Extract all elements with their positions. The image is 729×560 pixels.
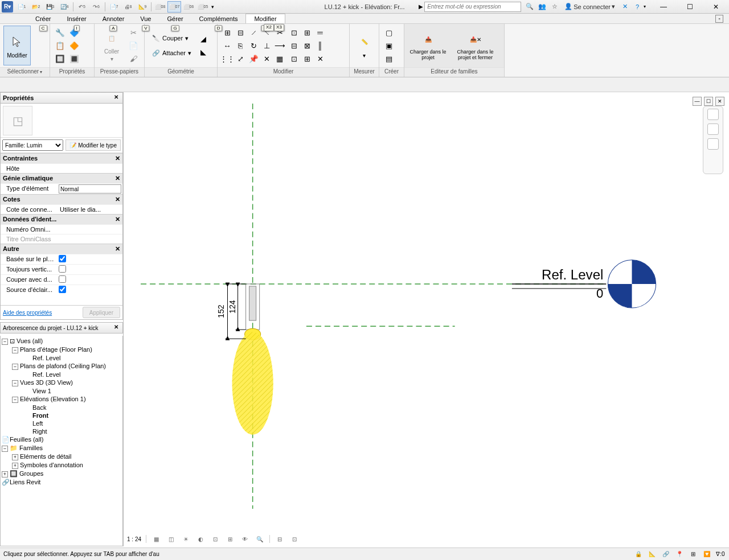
mod-pin[interactable]: 📌 [247, 52, 260, 65]
mod-delete[interactable]: ✕ [260, 52, 273, 65]
tree-floor[interactable]: −Plans d'étage (Floor Plan) [2, 345, 121, 354]
tree-front[interactable]: Front [2, 411, 121, 419]
src-checkbox[interactable] [59, 286, 66, 293]
mod-offset[interactable]: ⊟ [234, 26, 247, 39]
attach-button[interactable]: 🔗 Attacher ▾ [148, 47, 195, 59]
mod-r5[interactable]: ⊠ [301, 39, 313, 52]
qat-btn-8[interactable]: 🖨8 [121, 1, 135, 13]
cut-geom-button[interactable]: 🔪 Couper ▾ [148, 32, 195, 44]
search-icon[interactable]: 🔍 [523, 1, 536, 13]
tree-groups[interactable]: +🔲 Groupes [2, 470, 121, 478]
search-input[interactable] [424, 2, 521, 12]
qat-btn-1[interactable]: 📄1 [15, 1, 28, 13]
mod-r9[interactable]: ✕ [314, 52, 326, 65]
mod-copy[interactable]: ⎘ [234, 39, 247, 52]
browser-header[interactable]: Arborescence du projet - LU.12 + kick ✕ [0, 322, 123, 333]
mod-align[interactable]: ⊞ [221, 26, 234, 39]
exchange-icon[interactable]: ✕ [619, 1, 631, 13]
close-button[interactable]: ✕ [703, 0, 729, 14]
qat-btn-08[interactable]: ⬜08 [153, 1, 167, 13]
comm-icon[interactable]: 👥 [536, 1, 548, 13]
properties-header[interactable]: Propriétés ✕ [0, 92, 123, 104]
crop-show-icon[interactable]: ⊞ [225, 534, 235, 544]
mod-rotate[interactable]: ↻ [247, 39, 260, 52]
panel-title-select[interactable]: Sélectionner [0, 67, 50, 77]
tree-left[interactable]: Left [2, 419, 121, 427]
drawing-canvas[interactable]: — ☐ ✕ Ref. Level 0 [123, 92, 729, 546]
copy-icon[interactable]: 📄 [127, 39, 140, 52]
cat-ident[interactable]: Données d'ident...✕ [1, 214, 122, 224]
tree-3d[interactable]: −Vues 3D (3D View) [2, 378, 121, 387]
tree-families[interactable]: −📁 Familles [2, 444, 121, 452]
cat-contraintes[interactable]: Contraintes✕ [1, 153, 122, 163]
mod-group[interactable]: ▦ [273, 52, 286, 65]
status-icon-1[interactable]: 🔒 [633, 550, 644, 559]
menu-modifier[interactable]: ModifierM [245, 14, 285, 23]
geom-btn-1[interactable]: ◢ [197, 33, 210, 46]
mod-r6[interactable]: ║ [314, 39, 326, 52]
status-filter-icon[interactable]: ∇:0 [715, 550, 726, 559]
menu-vue[interactable]: VueV [132, 14, 159, 23]
qat-btn-07[interactable]: ⬜07 [167, 1, 181, 13]
mod-trim[interactable]: ⊥ [260, 39, 273, 52]
props-btn-3[interactable]: 🔲 [54, 52, 66, 65]
vc-extra-1[interactable]: ⊟ [275, 534, 285, 544]
qat-redo[interactable]: ↷6 [89, 1, 103, 13]
cut-checkbox[interactable] [59, 275, 66, 283]
tree-ceil[interactable]: −Plans de plafond (Ceiling Plan) [2, 362, 121, 370]
create-btn-1[interactable]: ▢ [383, 26, 395, 39]
mod-r2[interactable]: ⊞ [301, 26, 313, 39]
detail-level-icon[interactable]: ▦ [151, 534, 161, 544]
menu-creer[interactable]: CréerC [27, 14, 59, 23]
fav-icon[interactable]: ☆ [548, 1, 561, 13]
load-project-button[interactable]: 📥 Charger dans le projet [408, 26, 448, 65]
qat-btn-05[interactable]: ⬜05 [196, 1, 210, 13]
status-icon-5[interactable]: ⊞ [688, 550, 698, 559]
mod-r1[interactable]: ⊡ [288, 26, 300, 39]
tree-annot[interactable]: +Symboles d'annotation [2, 461, 121, 470]
qat-btn-4[interactable]: 🔄4 [58, 1, 71, 13]
qat-btn-7[interactable]: 📄7 [107, 1, 121, 13]
props-btn-6[interactable]: 🔳 [68, 52, 80, 65]
mod-r7[interactable]: ⊡ [288, 52, 300, 65]
props-btn-1[interactable]: 🔧 [54, 26, 66, 39]
match-icon[interactable]: 🖌 [127, 52, 140, 65]
shadow-icon[interactable]: ◐ [195, 534, 206, 544]
mod-array[interactable]: ⋮⋮ [221, 52, 234, 65]
menu-gerer[interactable]: GérerG [159, 14, 191, 23]
tree-elev[interactable]: −Elévations (Elevation 1) [2, 395, 121, 403]
close-properties-icon[interactable]: ✕ [112, 94, 120, 102]
minimize-button[interactable]: — [650, 0, 677, 14]
measure-button[interactable]: 📏▾ [353, 26, 375, 65]
geom-btn-2[interactable]: ◣ [197, 46, 210, 59]
paste-button[interactable]: 📋 Coller▾ [98, 26, 125, 65]
mod-r4[interactable]: ⊟ [288, 39, 300, 52]
family-selector[interactable]: Famille: Lumin [2, 139, 63, 151]
tree-detail[interactable]: +Eléments de détail [2, 452, 121, 461]
help-icon[interactable]: ? [631, 1, 644, 13]
visual-style-icon[interactable]: ◫ [166, 534, 176, 544]
cat-genie[interactable]: Génie climatique✕ [1, 173, 122, 183]
plan-checkbox[interactable] [59, 255, 66, 262]
mod-scale[interactable]: ⤢ [234, 52, 247, 65]
tree-back[interactable]: Back [2, 403, 121, 411]
sun-icon[interactable]: ☀ [181, 534, 191, 544]
status-icon-3[interactable]: 🔗 [661, 550, 671, 559]
menu-complements[interactable]: ComplémentsD [191, 14, 246, 23]
status-icon-2[interactable]: 📐 [647, 550, 657, 559]
menu-close-icon[interactable]: ▫ [715, 15, 723, 23]
qat-btn-3[interactable]: 💾3 [43, 1, 57, 13]
qat-undo[interactable]: ↶5 [75, 1, 89, 13]
props-help-link[interactable]: Aide des propriétés [3, 310, 52, 316]
menu-annoter[interactable]: AnnoterA [95, 14, 133, 23]
load-close-button[interactable]: 📥✕ Charger dans le projet et fermer [450, 26, 501, 65]
qat-btn-06[interactable]: ⬜06 [182, 1, 195, 13]
tree-reflevel-1[interactable]: Ref. Level [2, 354, 121, 362]
tree-view1[interactable]: View 1 [2, 387, 121, 395]
vert-checkbox[interactable] [59, 265, 66, 273]
type-elem-input[interactable] [59, 184, 121, 193]
vc-extra-2[interactable]: ⊡ [289, 534, 300, 544]
apply-button[interactable]: Appliquer [83, 307, 120, 318]
tree-reflevel-2[interactable]: Ref. Level [2, 370, 121, 378]
create-btn-2[interactable]: ▣ [383, 39, 395, 52]
